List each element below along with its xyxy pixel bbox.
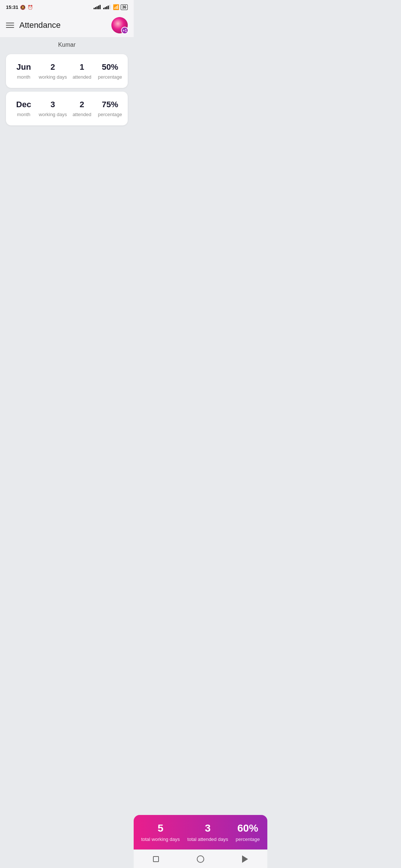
attendance-card-jun: Jun month 2 working days 1 attended 50% … [6, 54, 128, 88]
signal-bar [109, 5, 110, 9]
signal-bar [94, 8, 95, 9]
cards-container: Jun month 2 working days 1 attended 50% … [0, 51, 134, 128]
status-time-area: 15:31 [6, 4, 33, 10]
hamburger-line [6, 23, 14, 23]
signal-bar [106, 6, 107, 9]
signal-bar [108, 6, 109, 9]
avatar-badge: +1 [121, 27, 128, 34]
card-stat-working-days: 2 working days [39, 62, 67, 80]
signal-bar [95, 7, 96, 9]
signal-bar [105, 7, 106, 9]
working-days-value: 2 [50, 62, 55, 72]
card-stat-attended: 1 attended [69, 62, 95, 80]
attendance-card-dec: Dec month 3 working days 2 attended 75% … [6, 92, 128, 125]
month-value: Dec [16, 100, 31, 109]
working-days-label: working days [39, 74, 67, 80]
signal-bar [98, 6, 99, 9]
username-section: Kumar [0, 37, 134, 51]
battery-indicator: 36 [121, 4, 128, 10]
month-value: Jun [16, 62, 31, 72]
header-left: Attendance [6, 20, 61, 30]
percentage-value: 75% [102, 100, 118, 109]
signal-bars-1 [94, 5, 101, 9]
signal-bar [100, 5, 101, 9]
card-stat-percentage: 50% percentage [97, 62, 123, 80]
status-indicators: 📶 36 [94, 4, 128, 10]
hamburger-line [6, 27, 14, 28]
username-display: Kumar [58, 42, 75, 48]
app-header: Attendance +1 [0, 13, 134, 37]
bell-icon [20, 4, 26, 10]
working-days-value: 3 [50, 100, 55, 109]
alarm-icon [27, 4, 33, 10]
menu-button[interactable] [6, 23, 14, 28]
page-title: Attendance [19, 20, 61, 30]
percentage-label: percentage [98, 112, 122, 117]
percentage-label: percentage [98, 74, 122, 80]
time-display: 15:31 [6, 4, 18, 10]
working-days-label: working days [39, 112, 67, 117]
month-label: month [17, 74, 30, 80]
card-stat-attended: 2 attended [69, 100, 95, 117]
attended-value: 2 [80, 100, 84, 109]
signal-bar [103, 8, 104, 9]
hamburger-line [6, 25, 14, 26]
percentage-value: 50% [102, 62, 118, 72]
card-stat-percentage: 75% percentage [97, 100, 123, 117]
card-stat-month: Dec month [11, 100, 37, 117]
status-bar: 15:31 📶 36 [0, 0, 134, 13]
wifi-icon: 📶 [113, 4, 119, 10]
card-stat-working-days: 3 working days [39, 100, 67, 117]
attended-value: 1 [80, 62, 84, 72]
month-label: month [17, 112, 30, 117]
attended-label: attended [72, 112, 91, 117]
attended-label: attended [72, 74, 91, 80]
signal-bar [97, 6, 98, 9]
signal-bars-2 [103, 5, 110, 9]
card-stat-month: Jun month [11, 62, 37, 80]
avatar-container[interactable]: +1 [111, 17, 128, 33]
